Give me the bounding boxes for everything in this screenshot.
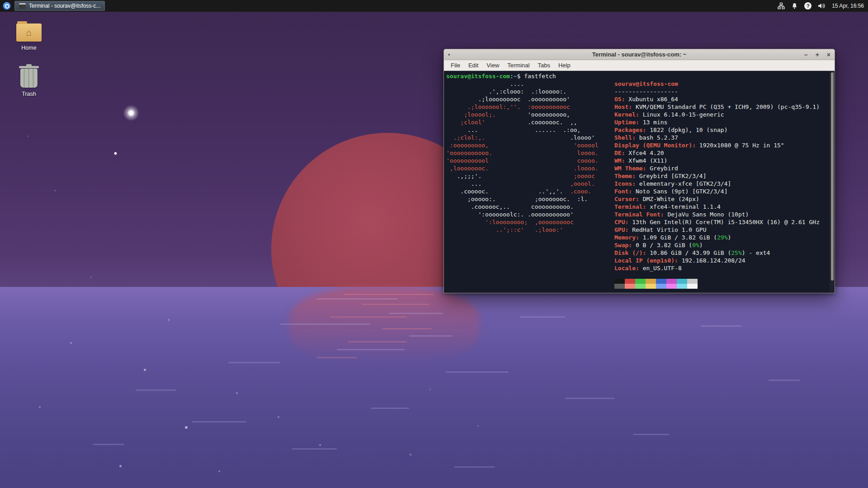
water-ripple [769, 380, 800, 381]
prompt-line: sourav@itsfoss-com:~$ fastfetch [446, 72, 835, 80]
window-title: Terminal - sourav@itsfoss-com: ~ [444, 51, 835, 58]
terminal-window: ▾ Terminal - sourav@itsfoss-com: ~ – + ×… [443, 49, 835, 293]
palette-swatch [656, 279, 666, 284]
water-ripple [136, 389, 176, 391]
palette-swatch [614, 279, 625, 284]
palette-swatch [635, 279, 646, 284]
maximize-button[interactable]: + [816, 52, 819, 58]
star [185, 426, 188, 429]
menu-help[interactable]: Help [555, 61, 574, 70]
desktop-icon-label: Trash [22, 91, 36, 97]
reflection-glint [316, 357, 357, 358]
desktop-icon-label: Home [21, 45, 36, 51]
star [410, 454, 411, 455]
star [236, 392, 238, 394]
palette-swatch [614, 284, 625, 289]
star [477, 425, 479, 427]
menu-file[interactable]: File [447, 61, 464, 70]
palette-swatch [625, 284, 635, 289]
fastfetch-output: .... .',:clooo: .:looooo:. .;looooooooc … [446, 80, 835, 289]
scrollbar-thumb[interactable] [831, 72, 834, 281]
menu-edit[interactable]: Edit [465, 61, 482, 70]
water-ripple [409, 335, 452, 337]
home-folder-icon: ⌂ [16, 23, 42, 42]
panel-left: Terminal - sourav@itsfoss-c... [0, 0, 105, 12]
water-ripple [93, 444, 124, 445]
star [90, 277, 92, 278]
water-ripple [445, 371, 509, 373]
star [144, 369, 146, 371]
water-ripple [292, 448, 337, 450]
palette-swatch [687, 279, 698, 284]
star [54, 190, 56, 191]
palette-swatch [666, 284, 677, 289]
close-button[interactable]: × [827, 52, 830, 58]
window-controls: – + × [804, 52, 830, 58]
bright-star [123, 105, 139, 121]
star [39, 406, 41, 408]
menu-tabs[interactable]: Tabs [534, 61, 553, 70]
house-glyph: ⌂ [26, 28, 32, 37]
water-ripple [701, 325, 741, 327]
palette-swatch [625, 279, 635, 284]
taskbar-item-terminal[interactable]: Terminal - sourav@itsfoss-c... [14, 1, 105, 11]
palette-swatch [646, 279, 656, 284]
water-ripple [454, 466, 495, 468]
terminal-color-palette [614, 279, 820, 289]
palette-swatch [666, 279, 677, 284]
help-icon[interactable]: ? [804, 2, 811, 9]
terminal-viewport[interactable]: sourav@itsfoss-com:~$ fastfetch .... .',… [444, 71, 835, 293]
star [319, 444, 321, 446]
water-ripple [565, 398, 615, 399]
prompt-colon: : [510, 73, 514, 80]
terminal-app-icon [19, 3, 26, 9]
prompt-user: sourav@itsfoss-com [446, 73, 510, 80]
water-ripple [228, 362, 280, 363]
palette-swatch [677, 279, 687, 284]
reflection-glint [348, 341, 407, 343]
water-ripple [192, 421, 246, 422]
star [168, 319, 170, 321]
desktop: ⌂ Home Trash Terminal - sourav@itsfoss-c… [0, 0, 868, 488]
star [278, 416, 279, 418]
water-ripple [316, 298, 398, 300]
prompt-path: ~ [514, 73, 517, 80]
star [119, 465, 122, 467]
fastfetch-info: sourav@itsfoss-com------------------OS: … [614, 80, 820, 289]
window-menubar: File Edit View Terminal Tabs Help [444, 60, 835, 71]
star [70, 342, 72, 344]
water-ripple [633, 434, 669, 435]
terminal-scrollbar[interactable] [830, 71, 835, 293]
trash-can-icon [20, 69, 38, 88]
palette-swatch [687, 284, 698, 289]
water-ripple [337, 349, 405, 350]
menu-view[interactable]: View [483, 61, 503, 70]
reflection-glint [330, 316, 407, 318]
applications-menu-icon[interactable] [3, 2, 11, 10]
minimize-button[interactable]: – [804, 52, 808, 58]
volume-icon[interactable] [818, 2, 826, 9]
window-titlebar[interactable]: ▾ Terminal - sourav@itsfoss-com: ~ – + × [444, 49, 835, 60]
panel-clock[interactable]: 15 Apr, 16:56 [832, 3, 864, 9]
desktop-icon-trash[interactable]: Trash [7, 69, 51, 97]
reflection-glint [382, 328, 432, 329]
water-ripple [520, 316, 565, 318]
menu-terminal[interactable]: Terminal [504, 61, 533, 70]
notifications-icon[interactable] [791, 2, 798, 9]
prompt-command: fastfetch [520, 73, 556, 80]
star [429, 389, 431, 390]
star [218, 470, 220, 472]
palette-swatch [646, 284, 656, 289]
taskbar-item-label: Terminal - sourav@itsfoss-c... [29, 3, 100, 9]
reflection-glint [344, 294, 434, 295]
palette-swatch [635, 284, 646, 289]
fastfetch-logo: .... .',:clooo: .:looooo:. .;looooooooc … [446, 80, 614, 289]
water-ripple [280, 324, 371, 325]
star [27, 136, 28, 137]
palette-swatch [656, 284, 666, 289]
network-icon[interactable] [778, 2, 785, 9]
desktop-icon-home[interactable]: ⌂ Home [7, 23, 51, 51]
top-panel: Terminal - sourav@itsfoss-c... ? [0, 0, 868, 12]
small-star [114, 152, 117, 155]
reflection-glint [362, 304, 429, 305]
